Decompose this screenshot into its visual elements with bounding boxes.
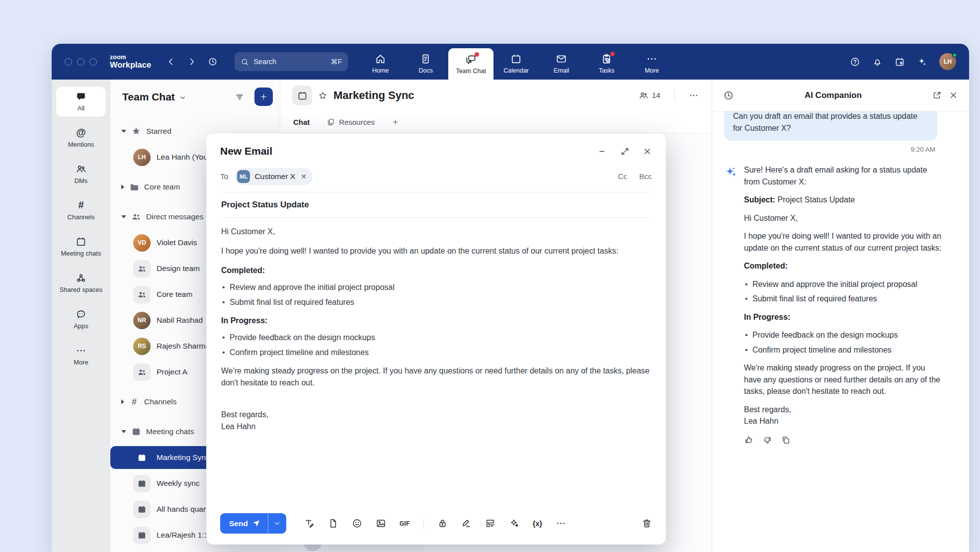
channel-more-icon[interactable] <box>689 91 699 100</box>
caret-down-icon[interactable] <box>121 430 126 433</box>
forward-icon[interactable] <box>187 57 197 67</box>
image-icon[interactable] <box>376 518 386 529</box>
bullet-item: Provide feedback on the design mockups <box>221 332 651 344</box>
caret-right-icon[interactable] <box>121 399 124 404</box>
item-label: Direct messages <box>146 212 203 221</box>
gif-icon[interactable]: GIF <box>400 520 410 527</box>
subject-field[interactable]: Project Status Update <box>220 192 652 217</box>
ai-companion-panel: AI Companion Can you draft an email that… <box>712 80 969 552</box>
item-label: Lea Hanh (You) <box>157 153 210 162</box>
minimize-icon[interactable] <box>598 147 607 156</box>
format-icon[interactable] <box>304 518 315 529</box>
more-options-icon[interactable] <box>556 518 566 529</box>
encrypt-icon[interactable] <box>437 518 448 529</box>
new-chat-button[interactable] <box>254 88 273 106</box>
dots-icon <box>646 53 657 65</box>
filter-icon[interactable] <box>235 92 245 102</box>
add-tab-icon[interactable] <box>392 118 399 126</box>
sidebar-item-more[interactable]: More <box>56 341 106 371</box>
traffic-light-minimize[interactable] <box>77 58 84 66</box>
calendar-icon <box>510 53 522 65</box>
sidebar-item-label: All <box>78 105 84 112</box>
sidebar-item-apps[interactable]: Apps <box>56 304 106 335</box>
zoom-workplace-logo: zoom Workplace <box>110 54 151 69</box>
close-icon[interactable] <box>643 147 652 156</box>
nav-tab-label: Email <box>554 67 569 74</box>
ai-panel-title: AI Companion <box>741 91 925 100</box>
item-label: Violet Davis <box>157 238 197 247</box>
attach-file-icon[interactable] <box>328 518 338 529</box>
sidebar-item-meeting-chats[interactable]: Meeting chats <box>56 232 106 262</box>
email-body-editor[interactable]: Hi Customer X, I hope you're doing well!… <box>220 218 652 507</box>
variables-icon[interactable]: {x} <box>533 520 542 528</box>
remove-recipient-icon[interactable]: ✕ <box>301 173 307 181</box>
notifications-icon[interactable] <box>872 57 883 67</box>
search-icon <box>241 58 249 66</box>
discard-draft-icon[interactable] <box>642 518 652 529</box>
copy-icon[interactable] <box>781 435 791 445</box>
sidebar-item-mentions[interactable]: @Mentions <box>56 123 106 153</box>
chevron-down-icon[interactable] <box>179 94 186 101</box>
nav-tab-home[interactable]: Home <box>358 44 403 80</box>
template-icon[interactable] <box>485 518 495 529</box>
bullet-item: Submit final list of required features <box>221 296 651 308</box>
thumbs-up-icon[interactable] <box>744 435 754 445</box>
ai-feedback-row <box>744 435 944 445</box>
calendar-icon <box>76 236 86 247</box>
sidebar-item-dms[interactable]: DMs <box>56 159 106 189</box>
thumbs-down-icon[interactable] <box>762 435 772 445</box>
cc-button[interactable]: Cc <box>618 172 627 181</box>
member-count[interactable]: 14 <box>639 91 660 100</box>
sidebar-item-all[interactable]: All <box>56 87 106 117</box>
item-label: Nabil Rashad <box>157 316 203 325</box>
signature-icon[interactable] <box>461 518 472 529</box>
nav-tab-team-chat[interactable]: Team Chat <box>448 48 493 80</box>
navbar-left: zoom Workplace Search ⌘F <box>52 44 348 80</box>
ai-conversation: Can you draft an email that provides a s… <box>712 111 969 552</box>
user-avatar[interactable]: LH <box>939 53 956 70</box>
nav-tab-docs[interactable]: Docs <box>403 44 448 80</box>
ai-close-icon[interactable] <box>949 91 958 100</box>
sidebar-item-label: Shared spaces <box>60 286 103 294</box>
sidebar-item-shared-spaces[interactable]: Shared spaces <box>56 268 106 298</box>
people-icon <box>137 264 147 274</box>
nav-tab-tasks[interactable]: Tasks <box>584 44 629 80</box>
recipient-chip[interactable]: ML Customer X ✕ <box>235 168 313 185</box>
ai-history-icon[interactable] <box>723 90 734 101</box>
calendar-date-icon[interactable] <box>895 57 905 67</box>
star-outline-icon[interactable] <box>318 91 327 100</box>
ai-compose-icon[interactable] <box>509 518 519 529</box>
help-icon[interactable] <box>850 57 860 67</box>
traffic-light-zoom[interactable] <box>89 58 97 66</box>
bullet-item: Provide feedback on the design mockups <box>744 329 944 341</box>
caret-down-icon[interactable] <box>121 130 126 133</box>
send-button[interactable]: Send <box>220 513 268 534</box>
traffic-light-close[interactable] <box>65 58 72 66</box>
item-label: Project A <box>157 368 187 376</box>
nav-tab-label: Tasks <box>599 67 615 74</box>
ai-sparkle-icon[interactable] <box>917 57 927 67</box>
send-options-button[interactable] <box>268 513 286 534</box>
user-prompt-bubble: Can you draft an email that provides a s… <box>724 111 937 141</box>
expand-icon[interactable] <box>620 147 630 156</box>
bullet-item: Confirm project timeline and milestones <box>221 347 651 359</box>
back-icon[interactable] <box>166 57 176 67</box>
history-icon[interactable] <box>208 57 218 67</box>
nav-tab-more[interactable]: More <box>629 44 674 80</box>
bcc-button[interactable]: Bcc <box>639 172 652 181</box>
recipient-row: To ML Customer X ✕ Cc Bcc <box>220 168 652 185</box>
sidebar-item-label: DMs <box>75 178 88 185</box>
item-label: Design team <box>157 264 200 273</box>
tab-resources[interactable]: Resources <box>327 118 375 126</box>
nav-tab-email[interactable]: Email <box>539 44 584 80</box>
open-in-new-window-icon[interactable] <box>932 91 942 100</box>
caret-down-icon[interactable] <box>121 215 126 218</box>
tab-chat[interactable]: Chat <box>293 118 310 126</box>
people-outline-icon <box>76 164 86 175</box>
search-input[interactable]: Search ⌘F <box>235 52 348 71</box>
nav-tab-calendar[interactable]: Calendar <box>493 44 539 80</box>
caret-right-icon[interactable] <box>121 184 124 189</box>
emoji-icon[interactable] <box>352 518 362 529</box>
folder-fill-icon <box>129 182 139 192</box>
sidebar-item-channels[interactable]: #Channels <box>56 195 106 226</box>
